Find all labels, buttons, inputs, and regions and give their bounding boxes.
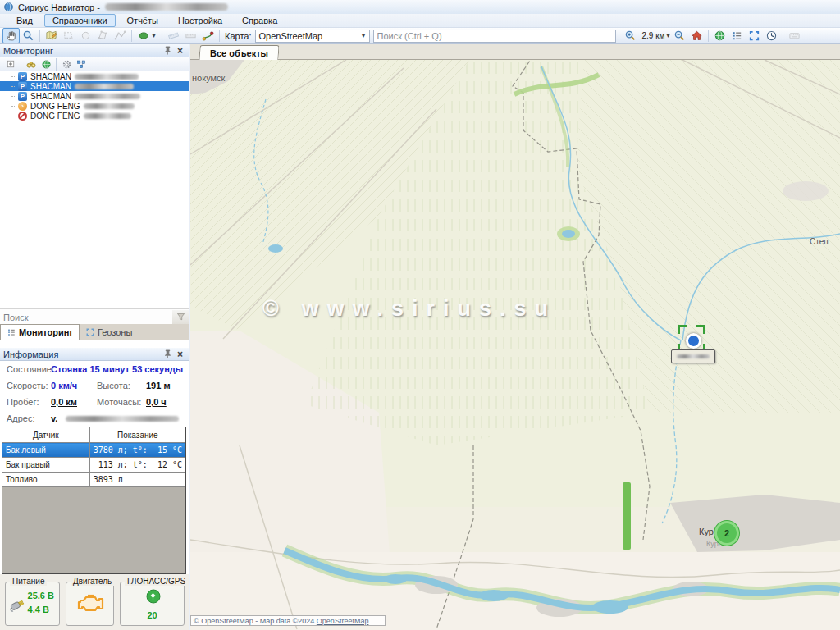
pan-tool-button[interactable] [2,28,20,43]
menu-item-vid[interactable]: Вид [8,14,41,27]
sensor-row-selected[interactable]: Бак левый 3780 л; t°: 15 °C [2,443,185,458]
close-icon[interactable] [175,46,185,56]
plug-icon [8,596,28,615]
redacted-text [75,94,140,99]
application-window: Сириус Навигатор - Вид Справочники Отчёт… [0,0,840,630]
globe-icon [41,59,52,70]
geozone-style-button[interactable]: ▾ [135,28,159,43]
selected-vehicle-marker[interactable] [678,325,705,353]
redacted-text [105,3,228,11]
show-all-objects-button[interactable] [711,28,728,43]
altitude-label: Высота: [97,381,130,390]
list-icon [731,30,743,42]
address-label: Адрес: [7,413,35,423]
fit-all-button[interactable] [746,28,763,43]
address-prefix: v. [51,413,57,423]
zoom-tool-button[interactable] [20,28,37,43]
home-button[interactable] [688,28,705,43]
sensor-value: 113 л; t°: 12 °C [89,458,185,472]
close-icon[interactable] [175,349,185,359]
marker-label[interactable] [671,349,715,363]
redacted-text [677,354,710,358]
menu-item-spravka[interactable]: Справка [234,14,285,27]
find-object-button[interactable] [24,58,39,71]
polygon-icon [97,30,109,42]
state-value: Стоянка 15 минут 53 секунды [51,364,183,374]
scale-select[interactable]: 2.9 км ▾ [639,31,672,40]
tree-connector [11,116,16,116]
select-rect-icon [62,30,75,42]
filter-button[interactable] [172,310,189,324]
menu-item-spravochniki[interactable]: Справочники [44,14,116,27]
sensor-row[interactable]: Топливо 3893 л [2,472,185,487]
sensor-table: Датчик Показание Бак левый 3780 л; t°: 1… [2,427,185,487]
pin-icon[interactable] [162,349,173,359]
tab-geozones[interactable]: Геозоны [80,325,138,340]
toolbar-separator [219,30,220,42]
satellite-icon [146,589,161,605]
show-on-map-button[interactable] [39,58,53,71]
engine-icon [76,593,106,616]
zoom-out-button[interactable] [671,28,688,43]
power-voltage-main: 25.6 В [28,591,54,600]
map-canvas[interactable]: © www.sirius.su нокумск Степ Кур Курская… [190,60,840,630]
edit-map-button[interactable] [43,28,60,43]
fit-brackets-icon [748,30,760,42]
sensor-value: 3780 л; t°: 15 °C [89,443,185,458]
tab-all-objects[interactable]: Все объекты [199,45,279,61]
tree-connector [11,106,16,107]
measure-area-button [182,28,199,43]
vehicle-row[interactable]: DONG FENG [0,111,189,121]
sensor-name: Бак левый [2,443,89,458]
fit-brackets-icon [85,327,95,337]
gps-gauge-label: ГЛОНАСС/GPS [125,577,188,586]
ruler-icon [167,30,180,42]
polyline-icon [114,30,126,42]
sidebar-search [0,308,189,326]
speed-label: Скорость: [7,381,48,390]
vehicle-row[interactable]: ›DONG FENG [0,101,189,111]
share-network-icon [75,59,87,70]
menu-item-nastroika[interactable]: Настройка [170,14,231,27]
circle-icon [80,30,92,42]
vehicle-cluster-marker[interactable]: 2 [714,521,739,546]
gear-icon [62,59,72,70]
menu-item-otchety[interactable]: Отчёты [119,14,167,27]
redacted-text [75,74,139,80]
history-button[interactable] [763,28,780,43]
tab-all-objects-label: Все объекты [210,48,268,58]
redacted-text [66,416,179,422]
state-label: Состояние: [7,364,54,374]
sensor-row[interactable]: Бак правый 113 л; t°: 12 °C [2,458,185,472]
redacted-text [84,103,135,109]
osm-link[interactable]: OpenStreetMap [317,617,369,625]
tracking-button[interactable] [74,58,89,71]
objects-list-button[interactable] [728,28,746,43]
sidebar-tabs: Мониторинг Геозоны [0,324,189,340]
vehicle-search-input[interactable] [0,310,172,324]
vehicle-row-selected[interactable]: PSHACMAN [0,81,189,91]
expand-all-button[interactable] [3,58,18,71]
attribution-text: © OpenStreetMap - Map data ©2024 [194,617,317,625]
select-object-button [60,28,77,43]
settings-button[interactable] [59,58,74,71]
zoom-in-button[interactable] [622,28,639,43]
map-provider-select[interactable]: OpenStreetMap ▾ [255,30,370,43]
vehicle-row[interactable]: PSHACMAN [0,71,189,81]
vehicle-name: DONG FENG [30,112,80,121]
vehicle-row[interactable]: PSHACMAN [0,91,189,101]
map-tiles [190,60,840,630]
pin-icon[interactable] [162,46,173,56]
chevron-down-icon: ▾ [666,32,669,39]
tab-monitoring[interactable]: Мониторинг [0,324,80,340]
vehicle-name: SHACMAN [30,72,71,81]
route-button[interactable] [199,28,217,43]
expand-plus-icon [6,59,16,69]
map-provider-value: OpenStreetMap [259,31,358,41]
toolbar-separator [56,58,57,71]
map-search-input[interactable] [373,30,616,43]
polygon-tool-button [94,28,112,43]
info-panel-title: Информация [3,349,58,359]
route-icon [202,30,214,42]
green-ellipse-icon [138,30,152,42]
